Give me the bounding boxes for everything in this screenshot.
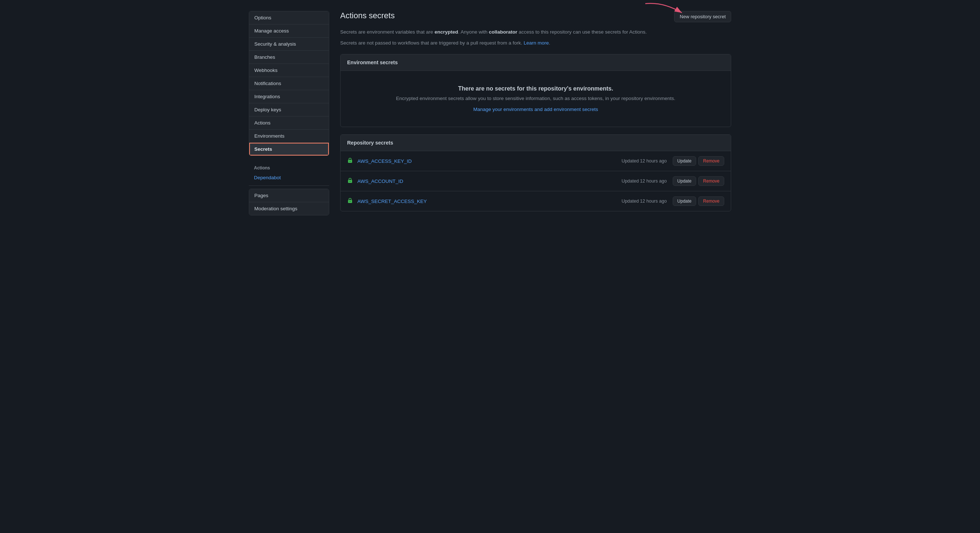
sidebar-item-webhooks[interactable]: Webhooks xyxy=(249,64,329,77)
remove-button-1[interactable]: Remove xyxy=(698,176,724,186)
description-line2: Secrets are not passed to workflows that… xyxy=(340,39,731,47)
sidebar-item-deploy-keys[interactable]: Deploy keys xyxy=(249,103,329,116)
environment-secrets-header: Environment secrets xyxy=(340,54,731,71)
sidebar-item-actions[interactable]: Actions xyxy=(249,116,329,130)
desc-line1-mid: . Anyone with xyxy=(458,29,489,35)
sidebar-section-actions-label: Actions xyxy=(249,160,329,173)
learn-more-link[interactable]: Learn more xyxy=(523,40,549,46)
desc-line2-suffix: . xyxy=(549,40,550,46)
page-title: Actions secrets xyxy=(340,11,395,21)
sidebar-nav-block: Options Manage access Security & analysi… xyxy=(249,11,329,156)
sidebar-item-integrations[interactable]: Integrations xyxy=(249,90,329,103)
main-content: Actions secrets New repository secret xyxy=(340,11,731,220)
environment-secrets-empty-desc: Encrypted environment secrets allow you … xyxy=(348,96,724,101)
environment-secrets-empty-title: There are no secrets for this repository… xyxy=(348,86,724,92)
sidebar-item-pages[interactable]: Pages xyxy=(249,189,329,202)
secret-actions-2: Update Remove xyxy=(673,197,724,206)
sidebar-item-secrets[interactable]: Secrets xyxy=(249,143,329,155)
secret-name-2: AWS_SECRET_ACCESS_KEY xyxy=(357,198,622,204)
lock-icon-2 xyxy=(347,198,353,205)
desc-line1-suffix: access to this repository can use these … xyxy=(517,29,647,35)
sidebar-item-branches[interactable]: Branches xyxy=(249,51,329,64)
desc-encrypted-bold: encrypted xyxy=(434,29,458,35)
sidebar-divider xyxy=(249,186,329,186)
update-button-0[interactable]: Update xyxy=(673,156,697,166)
sidebar-item-notifications[interactable]: Notifications xyxy=(249,77,329,90)
main-header-wrapper: Actions secrets New repository secret xyxy=(340,11,731,22)
repository-secrets-header: Repository secrets xyxy=(340,135,731,151)
sidebar-item-security-analysis[interactable]: Security & analysis xyxy=(249,38,329,51)
secret-updated-1: Updated 12 hours ago xyxy=(622,179,667,184)
secret-row-2: AWS_SECRET_ACCESS_KEY Updated 12 hours a… xyxy=(340,191,731,211)
secret-row-0: AWS_ACCESS_KEY_ID Updated 12 hours ago U… xyxy=(340,151,731,171)
sidebar-item-manage-access[interactable]: Manage access xyxy=(249,24,329,38)
remove-button-2[interactable]: Remove xyxy=(698,197,724,206)
secret-name-1: AWS_ACCOUNT_ID xyxy=(357,179,622,184)
sidebar-bottom-block: Pages Moderation settings xyxy=(249,189,329,216)
desc-line1-prefix: Secrets are environment variables that a… xyxy=(340,29,434,35)
main-header: Actions secrets New repository secret xyxy=(340,11,731,22)
secret-name-0: AWS_ACCESS_KEY_ID xyxy=(357,159,622,164)
lock-icon-1 xyxy=(347,178,353,185)
desc-collaborator-bold: collaborator xyxy=(489,29,517,35)
sidebar: Options Manage access Security & analysi… xyxy=(249,11,329,220)
new-repository-secret-button[interactable]: New repository secret xyxy=(674,11,731,22)
environment-secrets-panel: Environment secrets There are no secrets… xyxy=(340,54,731,127)
secret-updated-0: Updated 12 hours ago xyxy=(622,159,667,163)
desc-line2-prefix: Secrets are not passed to workflows that… xyxy=(340,40,523,46)
sidebar-link-dependabot[interactable]: Dependabot xyxy=(249,173,329,182)
manage-environments-link[interactable]: Manage your environments and add environ… xyxy=(473,106,598,112)
sidebar-item-moderation[interactable]: Moderation settings xyxy=(249,202,329,215)
update-button-2[interactable]: Update xyxy=(673,197,697,206)
secret-updated-2: Updated 12 hours ago xyxy=(622,198,667,204)
header-actions: New repository secret xyxy=(674,11,731,22)
lock-icon-0 xyxy=(347,158,353,165)
sidebar-item-environments[interactable]: Environments xyxy=(249,130,329,143)
sidebar-item-options[interactable]: Options xyxy=(249,11,329,24)
remove-button-0[interactable]: Remove xyxy=(698,156,724,166)
environment-secrets-empty: There are no secrets for this repository… xyxy=(340,71,731,127)
repository-secrets-panel: Repository secrets AWS_ACCESS_KEY_ID Upd… xyxy=(340,134,731,211)
secret-actions-1: Update Remove xyxy=(673,176,724,186)
description-line1: Secrets are environment variables that a… xyxy=(340,28,731,36)
secret-actions-0: Update Remove xyxy=(673,156,724,166)
update-button-1[interactable]: Update xyxy=(673,176,697,186)
secret-row-1: AWS_ACCOUNT_ID Updated 12 hours ago Upda… xyxy=(340,171,731,191)
